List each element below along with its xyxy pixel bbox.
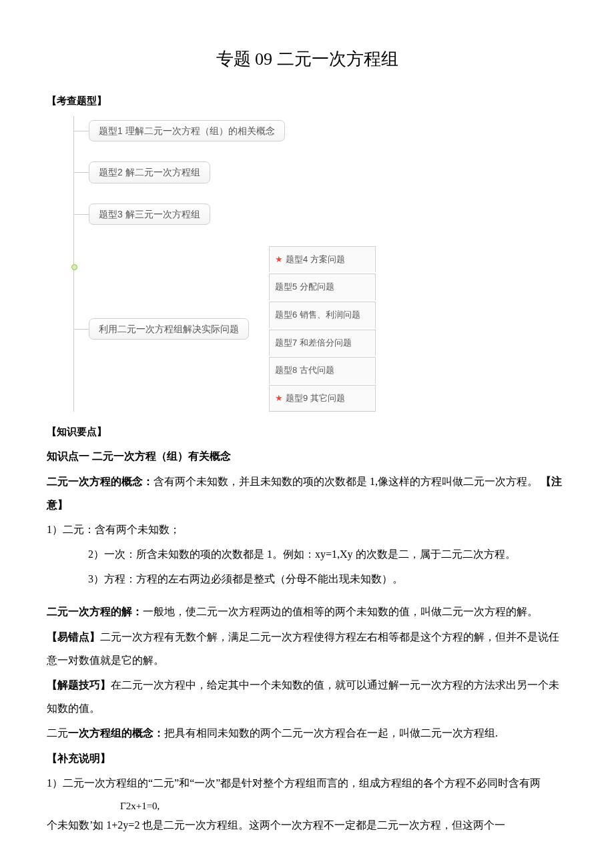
document-page: 专题 09 二元一次方程组 【考查题型】 题型1 理解二元一次方程（组）的相关概… bbox=[0, 0, 614, 865]
solution-definition: 二元一次方程的解：一般地，使二元一次方程两边的值相等的两个未知数的值，叫做二元一… bbox=[47, 600, 567, 623]
supplement-label: 【补充说明】 bbox=[47, 747, 567, 770]
topic-diagram: 题型1 理解二元一次方程（组）的相关概念 题型2 解二元一次方程组 题型3 解三… bbox=[73, 116, 567, 412]
diagram-subgroup: 利用二元一次方程组解决实际问题 ★题型4 方案问题 题型5 分配问题 题型6 销… bbox=[89, 246, 567, 412]
diagram-subnode-5: 题型5 分配问题 bbox=[269, 274, 376, 300]
group-label-prefix: 二元 bbox=[47, 727, 68, 739]
error-label: 【易错点】 bbox=[47, 631, 100, 642]
group-text: 把具有相同未知数的两个二元一次方程合在一起，叫做二元一次方程组. bbox=[164, 727, 498, 739]
diagram-subnode-6: 题型6 销售、利润问题 bbox=[269, 302, 376, 328]
exam-type-heading: 【考查题型】 bbox=[47, 90, 567, 112]
subnode-label: 题型9 其它问题 bbox=[286, 389, 345, 408]
diagram-root-icon bbox=[71, 264, 77, 270]
subnode-label: 题型4 方案问题 bbox=[286, 250, 345, 270]
star-icon: ★ bbox=[275, 250, 283, 270]
definition-1: 二元一次方程的概念：含有两个未知数，并且未知数的项的次数都是 1,像这样的方程叫… bbox=[47, 470, 567, 516]
error-point: 【易错点】二元一次方程有无数个解，满足二元一次方程使得方程左右相等都是这个方程的… bbox=[47, 625, 567, 672]
diagram-branch: 题型2 解二元一次方程组 bbox=[89, 157, 567, 187]
note-2: 2）一次：所含未知数的项的次数都是 1。例如：xy=1,Xy 的次数是二，属于二… bbox=[47, 542, 567, 566]
diagram-node-4: 利用二元一次方程组解决实际问题 bbox=[89, 318, 249, 340]
knowledge-heading: 【知识要点】 bbox=[47, 421, 567, 443]
supplement-2: 个未知数’如 1+2y=2 也是二元一次方程组。这两个一次方程不一定都是二元一次… bbox=[47, 813, 567, 837]
diagram-subcolumn: ★题型4 方案问题 题型5 分配问题 题型6 销售、利润问题 题型7 和差倍分问… bbox=[269, 246, 376, 412]
diagram-branch: 利用二元一次方程组解决实际问题 ★题型4 方案问题 题型5 分配问题 题型6 销… bbox=[89, 246, 567, 412]
diagram-branch: 题型3 解三元一次方程组 bbox=[89, 199, 567, 229]
subnode-label: 题型7 和差倍分问题 bbox=[275, 334, 352, 353]
solution-text: 一般地，使二元一次方程两边的值相等的两个未知数的值，叫做二元一次方程的解。 bbox=[143, 606, 538, 617]
definition-1-text: 含有两个未知数，并且未知数的项的次数都是 1,像这样的方程叫做二元一次方程。 bbox=[154, 476, 538, 487]
error-text: 二元一次方程有无数个解，满足二元一次方程使得方程左右相等都是这个方程的解，但并不… bbox=[47, 631, 559, 666]
diagram-branch: 题型1 理解二元一次方程（组）的相关概念 bbox=[89, 116, 567, 145]
supplement-inline-equation: Γ2x+1=0, bbox=[47, 800, 567, 812]
subnode-label: 题型5 分配问题 bbox=[275, 278, 334, 297]
group-definition: 二元一次方程组的概念：把具有相同未知数的两个二元一次方程合在一起，叫做二元一次方… bbox=[47, 721, 567, 745]
definition-1-label: 二元一次方程的概念： bbox=[47, 476, 154, 487]
note-3: 3）方程：方程的左右两边必须都是整式（分母不能出现未知数）。 bbox=[47, 567, 567, 590]
diagram-subnode-8: 题型8 古代问题 bbox=[269, 357, 376, 384]
diagram-subnode-4: ★题型4 方案问题 bbox=[269, 246, 376, 273]
solution-label: 二元一次方程的解： bbox=[47, 606, 143, 617]
diagram-node-3: 题型3 解三元一次方程组 bbox=[89, 203, 210, 225]
star-icon: ★ bbox=[275, 389, 283, 408]
skill-point: 【解题技巧】在二元一次方程中，给定其中一个未知数的值，就可以通过解一元一次方程的… bbox=[47, 673, 567, 720]
group-label-rest: 一次方程组的概念： bbox=[68, 727, 164, 739]
subnode-label: 题型8 古代问题 bbox=[275, 361, 334, 380]
knowledge-point-1-heading: 知识点一 二元一次方程（组）有关概念 bbox=[47, 444, 567, 468]
skill-text: 在二元一次方程中，给定其中一个未知数的值，就可以通过解一元一次方程的方法求出另一… bbox=[47, 679, 559, 714]
diagram-node-1: 题型1 理解二元一次方程（组）的相关概念 bbox=[89, 120, 285, 141]
diagram-node-2: 题型2 解二元一次方程组 bbox=[89, 161, 210, 183]
page-title: 专题 09 二元一次方程组 bbox=[47, 40, 567, 78]
subnode-label: 题型6 销售、利润问题 bbox=[275, 306, 360, 325]
diagram-subnode-7: 题型7 和差倍分问题 bbox=[269, 330, 376, 356]
note-1: 1）二元：含有两个未知数； bbox=[47, 518, 567, 541]
skill-label: 【解题技巧】 bbox=[47, 679, 111, 691]
diagram-subnode-9: ★题型9 其它问题 bbox=[269, 385, 376, 412]
supplement-1: 1）二元一次方程组的“二元”和“一次”都是针对整个方程组而言的，组成方程组的各个… bbox=[47, 771, 567, 795]
